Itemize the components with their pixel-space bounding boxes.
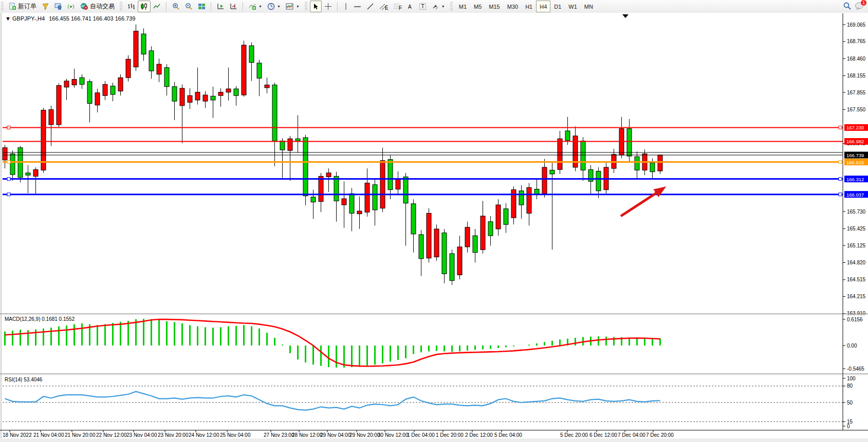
horizontal-line-icon <box>354 4 361 9</box>
time-tick-label: 24 Nov 12:00 <box>189 432 219 438</box>
timeframe-mn-button[interactable]: MN <box>581 1 597 12</box>
vertical-line-tool-button[interactable] <box>341 1 351 12</box>
main-toolbar: 新订单 自动交易 <box>0 0 868 13</box>
timeframe-h4-button[interactable]: H4 <box>536 1 550 12</box>
candle <box>280 141 285 150</box>
price-tick-label: 167.550 <box>847 107 866 112</box>
line-anchor[interactable] <box>839 178 842 181</box>
line-anchor[interactable] <box>7 161 10 164</box>
text-label-tool-button[interactable]: T <box>416 1 429 12</box>
macd-tick-label: 0.6156 <box>847 317 863 322</box>
chart-title: GBPJPY-,H4166.455 166.741 166.403 166.73… <box>12 15 135 22</box>
candle <box>80 78 84 84</box>
line-anchor[interactable] <box>839 126 842 129</box>
signals-button[interactable] <box>65 1 78 12</box>
price-badge-label: 167.230 <box>846 125 864 130</box>
trendline-tool-button[interactable] <box>364 1 377 12</box>
timeframe-d1-button[interactable]: D1 <box>550 1 565 12</box>
timeframe-m1-button[interactable]: M1 <box>455 1 470 12</box>
bar-chart-button[interactable] <box>125 1 138 12</box>
candle <box>41 110 46 170</box>
auto-scroll-button[interactable] <box>214 1 227 12</box>
candle <box>627 129 632 156</box>
notifications-button[interactable]: 1 <box>855 2 864 11</box>
chart-shift-icon <box>230 3 237 10</box>
price-badge-label: 166.615 <box>846 160 864 165</box>
line-anchor[interactable] <box>7 193 10 196</box>
trendline-icon <box>366 3 374 10</box>
macd-tick-label: 0.00 <box>847 343 857 349</box>
templates-button[interactable]: ▼ <box>283 1 302 12</box>
candlestick-chart-button[interactable] <box>138 1 151 12</box>
timeframe-m30-button[interactable]: M30 <box>504 1 522 12</box>
timeframe-m5-button[interactable]: M5 <box>470 1 485 12</box>
cursor-tool-button[interactable] <box>310 1 322 12</box>
candle <box>550 170 555 174</box>
zoom-in-button[interactable] <box>170 1 182 12</box>
template-icon <box>286 3 294 10</box>
candle <box>411 204 416 234</box>
timeframe-h1-button[interactable]: H1 <box>522 1 536 12</box>
candle <box>149 51 154 71</box>
candle <box>188 95 192 102</box>
chevron-down-icon: ▼ <box>258 5 262 8</box>
candle <box>504 209 508 225</box>
periods-button[interactable]: ▼ <box>265 1 283 12</box>
candle <box>49 109 53 124</box>
candle <box>296 139 300 141</box>
time-tick-label: 25 Nov 04:00 <box>220 432 251 438</box>
line-chart-button[interactable] <box>151 1 163 12</box>
toolbar-drag-handle[interactable] <box>1 2 4 11</box>
line-chart-icon <box>153 3 161 10</box>
line-anchor[interactable] <box>7 178 10 181</box>
toolbar-drag-handle[interactable] <box>120 2 122 11</box>
candle <box>288 139 292 150</box>
candle <box>442 233 447 274</box>
candle <box>242 45 246 95</box>
candle <box>419 235 423 259</box>
text-icon: A <box>407 3 414 10</box>
candle <box>326 173 331 177</box>
tile-windows-button[interactable] <box>195 1 208 12</box>
add-indicator-button[interactable]: ▼ <box>246 1 265 12</box>
candle <box>396 179 400 189</box>
arrows-tool-button[interactable]: ▼ <box>429 1 448 12</box>
auto-trading-button[interactable]: 自动交易 <box>78 1 117 12</box>
toolbar-drag-handle[interactable] <box>450 2 453 11</box>
timeframe-m15-button[interactable]: M15 <box>485 1 503 12</box>
price-tick-label: 168.765 <box>847 39 866 44</box>
new-order-button[interactable]: 新订单 <box>6 1 39 12</box>
rsi-tick-label: 50 <box>847 400 853 406</box>
line-anchor[interactable] <box>839 193 842 196</box>
fibonacci-tool-button[interactable]: F <box>391 1 404 12</box>
candle <box>126 59 131 78</box>
line-anchor[interactable] <box>839 161 842 164</box>
time-tick-label: 7 Dec 04:00 <box>618 432 645 438</box>
candle <box>334 176 339 201</box>
timeframe-w1-button[interactable]: W1 <box>565 1 581 12</box>
market-watch-button[interactable] <box>52 1 65 12</box>
toolbar-drag-handle[interactable] <box>305 2 307 11</box>
funnel-button[interactable] <box>39 1 52 12</box>
macd-indicator-label: MACD(12,26,9) 0.1681 0.1552 <box>5 316 75 322</box>
chart-collapse-icon[interactable]: ▼ <box>5 15 11 22</box>
arrow-objects-icon <box>432 3 439 10</box>
chart-shift-button[interactable] <box>227 1 240 12</box>
rsi-tick-label: 80 <box>847 383 853 389</box>
line-anchor[interactable] <box>7 126 10 129</box>
price-tick-label: 167.855 <box>847 90 866 95</box>
candle <box>257 63 262 78</box>
candle <box>488 222 493 236</box>
crosshair-tool-button[interactable] <box>322 1 335 12</box>
channel-tool-button[interactable]: E <box>377 1 391 12</box>
price-tick-label: 169.065 <box>847 22 866 28</box>
price-badge-label: 166.037 <box>846 192 864 198</box>
chevron-down-icon: ▼ <box>441 5 445 8</box>
zoom-out-button[interactable] <box>182 1 195 12</box>
candle <box>542 167 547 194</box>
search-icon[interactable] <box>843 2 852 12</box>
text-tool-button[interactable]: A <box>404 1 416 12</box>
candle <box>519 191 524 205</box>
chart-area: 169.065168.765168.460168.155167.855167.5… <box>0 13 868 442</box>
horizontal-line-tool-button[interactable] <box>351 1 364 12</box>
